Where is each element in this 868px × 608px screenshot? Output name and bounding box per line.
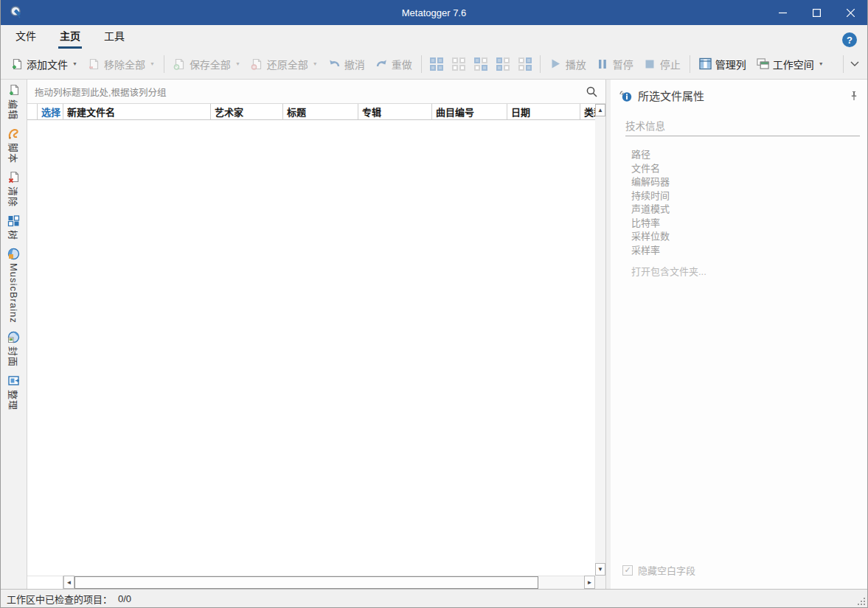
select-none-icon — [452, 57, 465, 71]
remove-file-icon — [88, 57, 100, 70]
column-header-track-number[interactable]: 曲目编号 — [432, 104, 507, 119]
resize-grip[interactable] — [858, 598, 865, 605]
scroll-left-button[interactable]: ◄ — [63, 576, 74, 589]
table-header-row: 选择 新建文件名 艺术家 标题 专辑 曲目编号 日期 类型 — [27, 104, 595, 120]
tab-home[interactable]: 主页 — [51, 24, 89, 49]
pause-button[interactable]: 暂停 — [591, 53, 639, 75]
scroll-down-button[interactable]: ▼ — [595, 563, 605, 576]
field-codec: 编解码器 — [631, 175, 860, 189]
file-list-area: 拖动列标题到此处,根据该列分组 选择 新建文件名 艺术家 标题 专辑 曲目编号 … — [27, 80, 605, 589]
vertical-scrollbar[interactable]: ▲ ▼ — [595, 104, 605, 576]
save-file-icon — [173, 57, 186, 70]
clean-document-icon — [8, 171, 20, 184]
manage-columns-button[interactable]: 管理列 — [694, 53, 751, 75]
redo-button[interactable]: 重做 — [370, 53, 417, 75]
select-left-column-button[interactable] — [493, 55, 513, 74]
close-button[interactable] — [833, 0, 867, 25]
select-right-column-button[interactable] — [515, 55, 535, 74]
horizontal-scrollbar[interactable]: ◄ ► — [27, 576, 605, 589]
sidebar-item-musicbrainz[interactable]: MusicBrainz — [7, 248, 20, 324]
pause-icon — [597, 57, 609, 70]
dropdown-caret-icon[interactable]: ▼ — [72, 61, 77, 66]
scroll-right-button[interactable]: ► — [584, 576, 595, 589]
invert-selection-button[interactable] — [471, 55, 491, 74]
horizontal-scroll-track[interactable] — [74, 576, 584, 589]
field-bit-depth: 采样位数 — [631, 230, 860, 244]
maximize-button[interactable] — [799, 0, 833, 25]
sidebar-item-edit[interactable]: 编辑 — [7, 84, 21, 120]
vertical-scroll-track[interactable] — [595, 116, 605, 563]
open-containing-folder-link[interactable]: 打开包含文件夹... — [631, 264, 860, 278]
column-header-title[interactable]: 标题 — [283, 104, 358, 119]
column-header-select[interactable]: 选择 — [38, 104, 63, 119]
dropdown-caret-icon: ▼ — [313, 61, 318, 66]
toolbar: 添加文件 ▼ 移除全部 ▼ 保存全部 ▼ 还原全部 ▼ 撤消 重做 — [1, 49, 867, 80]
horizontal-scroll-thumb[interactable] — [74, 576, 538, 589]
checked-items-label: 工作区中已检查的项目： — [7, 592, 112, 606]
toolbar-separator — [690, 55, 690, 73]
add-files-button[interactable]: 添加文件 ▼ — [5, 53, 83, 75]
tab-tools[interactable]: 工具 — [95, 24, 133, 49]
row-header-cell — [27, 104, 38, 119]
checked-items-count: 0/0 — [118, 593, 131, 604]
undo-icon — [328, 57, 341, 70]
toolbar-separator — [843, 55, 844, 73]
remove-all-button[interactable]: 移除全部 ▼ — [83, 53, 160, 75]
column-header-artist[interactable]: 艺术家 — [211, 104, 283, 119]
technical-info-section-header: 技术信息 — [625, 118, 860, 136]
select-all-button[interactable] — [426, 55, 447, 74]
restore-all-button[interactable]: 还原全部 ▼ — [246, 53, 323, 75]
search-icon[interactable] — [586, 85, 598, 98]
technical-info-fields: 路径 文件名 编解码器 持续时间 声道模式 比特率 采样位数 采样率 — [631, 148, 860, 257]
metatogger-window: Metatogger 7.6 文件 主页 工具 ? 添加文件 ▼ 移除全部 ▼ … — [0, 0, 868, 608]
sidebar-item-clean[interactable]: 清除 — [7, 171, 21, 207]
field-path: 路径 — [631, 148, 860, 162]
column-header-date[interactable]: 日期 — [507, 104, 580, 119]
scrollbar-corner — [595, 576, 605, 589]
window-title: Metatogger 7.6 — [1, 7, 867, 18]
group-by-hint: 拖动列标题到此处,根据该列分组 — [35, 85, 166, 99]
ribbon-tab-strip: 文件 主页 工具 ? — [1, 25, 867, 49]
field-sample-rate: 采样率 — [631, 244, 860, 258]
left-tab-strip: 编辑 脚本 清除 树 MusicBrainz 封面 — [1, 80, 27, 589]
select-none-button[interactable] — [448, 55, 469, 74]
selected-file-properties-panel: 所选文件属性 技术信息 路径 文件名 编解码器 持续时间 声道模式 比特率 采样… — [611, 80, 867, 589]
column-header-new-filename[interactable]: 新建文件名 — [63, 104, 211, 119]
covers-globe-icon — [7, 331, 20, 343]
column-header-type[interactable]: 类型 — [580, 104, 595, 119]
save-all-button[interactable]: 保存全部 ▼ — [168, 53, 246, 75]
undo-button[interactable]: 撤消 — [323, 53, 370, 75]
edit-document-icon — [8, 84, 20, 97]
play-button[interactable]: 播放 — [544, 53, 591, 75]
file-list-body[interactable] — [27, 120, 595, 576]
field-bitrate: 比特率 — [631, 217, 860, 231]
panel-splitter[interactable] — [605, 80, 611, 589]
column-header-album[interactable]: 专辑 — [358, 104, 432, 119]
scroll-up-button[interactable]: ▲ — [595, 104, 605, 116]
add-file-icon — [10, 57, 23, 70]
stop-button[interactable]: 停止 — [639, 53, 686, 75]
sidebar-item-scripts[interactable]: 脚本 — [7, 127, 21, 164]
redo-icon — [375, 57, 388, 70]
sidebar-item-covers[interactable]: 封面 — [7, 331, 21, 367]
workspace-icon — [757, 57, 769, 70]
hide-empty-fields-checkbox[interactable]: ✓ — [622, 565, 633, 576]
sidebar-item-organize[interactable]: 整理 — [7, 374, 21, 410]
dropdown-caret-icon[interactable]: ▼ — [819, 61, 824, 66]
group-by-drop-zone[interactable]: 拖动列标题到此处,根据该列分组 — [27, 80, 605, 104]
pin-icon[interactable] — [850, 91, 858, 101]
manage-columns-icon — [699, 57, 712, 70]
invert-selection-icon — [474, 57, 487, 71]
hide-empty-fields-label: 隐藏空白字段 — [638, 563, 695, 577]
status-bar: 工作区中已检查的项目： 0/0 — [1, 589, 867, 607]
sidebar-item-tree[interactable]: 树 — [7, 214, 21, 240]
workspace-button[interactable]: 工作空间 ▼ — [751, 53, 829, 75]
help-button[interactable]: ? — [842, 32, 857, 47]
play-icon — [549, 57, 562, 70]
collapse-ribbon-button[interactable] — [850, 57, 860, 71]
organize-window-icon — [7, 374, 20, 387]
toolbar-separator — [421, 55, 422, 73]
minimize-button[interactable] — [765, 0, 799, 25]
musicbrainz-globe-icon — [7, 248, 20, 260]
tab-file[interactable]: 文件 — [7, 24, 45, 49]
